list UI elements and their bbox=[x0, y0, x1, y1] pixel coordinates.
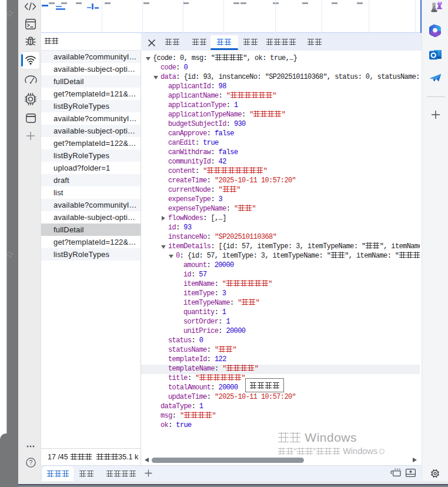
svg-text:?: ? bbox=[29, 459, 33, 466]
